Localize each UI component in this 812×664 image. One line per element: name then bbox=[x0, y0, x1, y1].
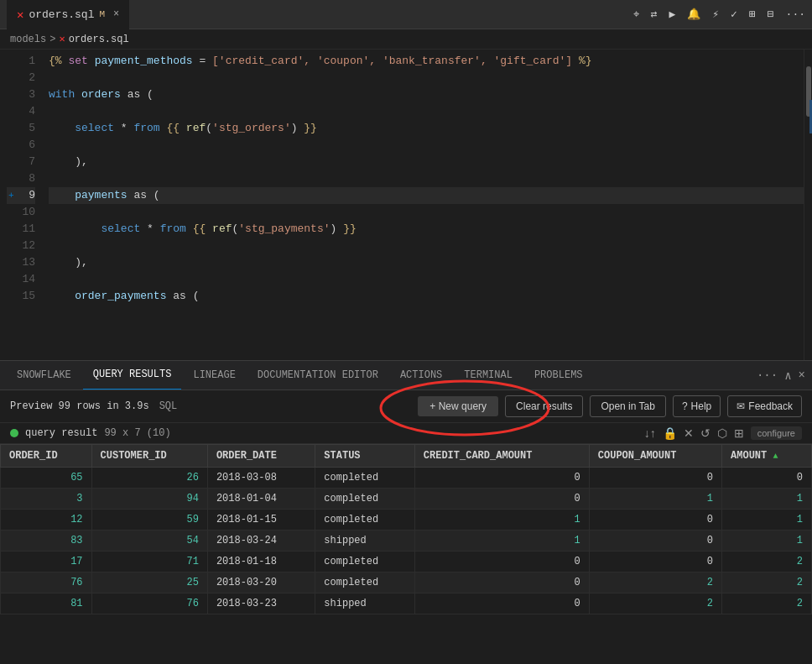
copy-icon[interactable]: ⊞ bbox=[734, 426, 744, 440]
result-count: 99 x 7 (10) bbox=[104, 427, 170, 439]
tab-terminal[interactable]: TERMINAL bbox=[454, 361, 523, 390]
refresh-icon[interactable]: ↺ bbox=[700, 426, 710, 440]
table-cell: 59 bbox=[91, 510, 207, 531]
code-line-8 bbox=[49, 170, 804, 187]
layout-icon[interactable]: ⊟ bbox=[768, 8, 774, 21]
table-cell: 1 bbox=[414, 531, 589, 552]
collapse-panel-icon[interactable]: ∧ bbox=[784, 369, 791, 383]
help-button[interactable]: ? Help bbox=[673, 395, 721, 417]
new-query-container: + New query bbox=[418, 396, 498, 416]
result-status: query result 99 x 7 (10) ↓↑ 🔒 ✕ ↺ ⬡ ⊞ co… bbox=[0, 423, 812, 444]
table-cell: 1 bbox=[414, 510, 589, 531]
tab-query-results[interactable]: QUERY RESULTS bbox=[83, 361, 182, 390]
table-cell: 0 bbox=[589, 468, 721, 489]
clear-results-button[interactable]: Clear results bbox=[505, 395, 583, 417]
help-icon: ? bbox=[682, 400, 688, 412]
table-cell: 2 bbox=[589, 573, 721, 593]
breadcrumb-x-icon: ✕ bbox=[59, 33, 65, 45]
feedback-button[interactable]: ✉ Feedback bbox=[727, 395, 802, 417]
tab-snowflake[interactable]: SNOWFLAKE bbox=[7, 361, 81, 390]
table-cell: 2018-01-15 bbox=[207, 510, 315, 531]
table-cell: 25 bbox=[91, 573, 207, 593]
configure-button[interactable]: configure bbox=[751, 426, 802, 440]
col-coupon-amount[interactable]: COUPON_AMOUNT bbox=[589, 445, 721, 468]
breadcrumb-models: models bbox=[10, 34, 46, 45]
check-icon[interactable]: ✓ bbox=[731, 8, 737, 21]
tab-problems[interactable]: PROBLEMS bbox=[524, 361, 593, 390]
code-line-14 bbox=[49, 271, 804, 288]
close-panel-icon[interactable]: × bbox=[799, 369, 805, 382]
play-icon[interactable]: ▶ bbox=[669, 8, 675, 21]
code-line-1: {% set payment_methods = ['credit_card',… bbox=[49, 53, 804, 70]
code-line-13: ), bbox=[49, 254, 804, 271]
bell-icon[interactable]: 🔔 bbox=[687, 8, 700, 21]
table-row: 12592018-01-15completed101 bbox=[1, 510, 812, 531]
results-table: ORDER_ID CUSTOMER_ID ORDER_DATE STATUS C… bbox=[0, 444, 812, 614]
col-order-id[interactable]: ORDER_ID bbox=[1, 445, 92, 468]
sql-badge[interactable]: SQL bbox=[159, 400, 178, 412]
code-content[interactable]: {% set payment_methods = ['credit_card',… bbox=[42, 50, 804, 360]
lock-icon[interactable]: 🔒 bbox=[663, 426, 677, 440]
table-cell: 12 bbox=[1, 510, 92, 531]
split-view-icon[interactable]: ⊞ bbox=[749, 8, 756, 21]
table-cell: completed bbox=[315, 552, 414, 573]
col-order-date[interactable]: ORDER_DATE bbox=[207, 445, 315, 468]
code-line-12 bbox=[49, 238, 804, 254]
table-cell: 1 bbox=[589, 489, 721, 510]
results-table-wrap[interactable]: ORDER_ID CUSTOMER_ID ORDER_DATE STATUS C… bbox=[0, 444, 812, 658]
lightning-icon[interactable]: ⚡ bbox=[712, 8, 719, 21]
table-cell: 76 bbox=[91, 593, 207, 614]
table-cell: 54 bbox=[91, 531, 207, 552]
tab-actions[interactable]: ACTIONS bbox=[390, 361, 452, 390]
file-tab[interactable]: ✕ orders.sql M × bbox=[7, 0, 129, 29]
line-numbers: 12345 678 9 + 101112131415 bbox=[0, 50, 42, 360]
result-actions: ↓↑ 🔒 ✕ ↺ ⬡ ⊞ configure bbox=[644, 426, 802, 440]
table-cell: 2018-03-08 bbox=[207, 468, 315, 489]
col-credit-card-amount[interactable]: CREDIT_CARD_AMOUNT bbox=[414, 445, 589, 468]
table-cell: 3 bbox=[1, 489, 92, 510]
more-options-icon[interactable]: ··· bbox=[757, 369, 778, 382]
table-cell: 2018-03-20 bbox=[207, 573, 315, 593]
table-cell: 76 bbox=[1, 573, 92, 593]
table-cell: 2 bbox=[589, 593, 721, 614]
open-in-tab-button[interactable]: Open in Tab bbox=[590, 395, 666, 417]
table-cell: 0 bbox=[414, 489, 589, 510]
code-line-5: select * from {{ ref('stg_orders') }} bbox=[49, 120, 804, 137]
table-cell: 94 bbox=[91, 489, 207, 510]
table-cell: 2 bbox=[722, 552, 812, 573]
table-cell: 1 bbox=[722, 510, 812, 531]
tab-documentation-editor[interactable]: DOCUMENTATION EDITOR bbox=[247, 361, 388, 390]
sort-icon[interactable]: ↓↑ bbox=[644, 426, 656, 440]
table-cell: 2018-03-24 bbox=[207, 531, 315, 552]
table-cell: 81 bbox=[1, 593, 92, 614]
scrollbar[interactable] bbox=[804, 50, 812, 360]
export-icon[interactable]: ⬡ bbox=[717, 426, 727, 440]
tab-lineage[interactable]: LINEAGE bbox=[183, 361, 245, 390]
table-row: 17712018-01-18completed002 bbox=[1, 552, 812, 573]
table-cell: 0 bbox=[722, 468, 812, 489]
more-icon[interactable]: ··· bbox=[786, 8, 805, 21]
table-cell: 0 bbox=[589, 531, 721, 552]
run-icon[interactable]: ⌖ bbox=[633, 8, 639, 21]
code-line-10 bbox=[49, 204, 804, 221]
table-row: 3942018-01-04completed011 bbox=[1, 489, 812, 510]
filter-icon[interactable]: ✕ bbox=[684, 426, 694, 440]
close-tab-btn[interactable]: × bbox=[113, 8, 119, 20]
breadcrumb-sep1: > bbox=[49, 34, 55, 45]
table-cell: 71 bbox=[91, 552, 207, 573]
table-cell: 2018-03-23 bbox=[207, 593, 315, 614]
new-query-button[interactable]: + New query bbox=[418, 396, 498, 416]
breadcrumb-file: orders.sql bbox=[69, 34, 129, 45]
col-amount[interactable]: AMOUNT ▲ bbox=[722, 445, 812, 468]
col-status[interactable]: STATUS bbox=[315, 445, 414, 468]
code-line-6 bbox=[49, 137, 804, 154]
table-cell: completed bbox=[315, 510, 414, 531]
table-cell: 0 bbox=[414, 468, 589, 489]
results-panel: Preview 99 rows in 3.9s SQL + New query … bbox=[0, 390, 812, 658]
table-cell: completed bbox=[315, 489, 414, 510]
table-cell: 2018-01-18 bbox=[207, 552, 315, 573]
branch-icon[interactable]: ⇄ bbox=[651, 8, 658, 21]
col-customer-id[interactable]: CUSTOMER_ID bbox=[91, 445, 207, 468]
table-cell: 2 bbox=[722, 593, 812, 614]
dbt-icon: ✕ bbox=[17, 8, 23, 22]
